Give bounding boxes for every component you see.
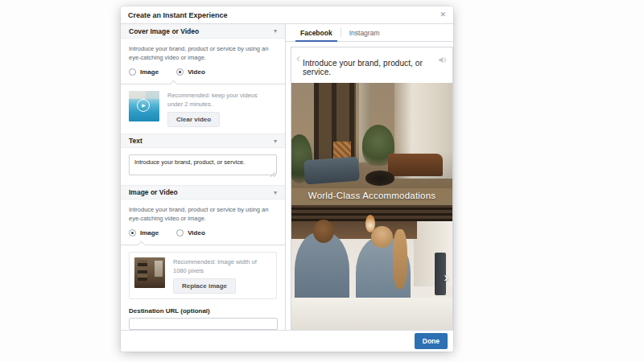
bed-sheet xyxy=(291,298,452,330)
back-chevron-icon[interactable]: ‹ xyxy=(296,49,300,66)
text-input[interactable]: Introduce your brand, product, or servic… xyxy=(129,154,277,175)
modal-footer: Done xyxy=(121,330,453,352)
instant-experience-modal: Create an Instant Experience ✕ Cover Ima… xyxy=(121,6,453,352)
cover-media-type-radios: Image Video xyxy=(129,67,277,77)
radio-icon[interactable] xyxy=(176,229,184,237)
close-icon[interactable]: ✕ xyxy=(440,11,446,19)
caret-up-icon xyxy=(170,80,178,88)
radio-label: Video xyxy=(188,229,205,237)
destination-url-label: Destination URL (optional) xyxy=(129,307,277,315)
play-icon[interactable]: ▶ xyxy=(137,99,150,112)
image-radio-image[interactable]: Image xyxy=(129,229,159,237)
cover-media-row: ▶ Recommended: keep your videos under 2 … xyxy=(129,91,277,128)
section-header-cover[interactable]: Cover Image or Video ▾ xyxy=(121,24,285,39)
form-panel: Cover Image or Video ▾ Introduce your br… xyxy=(121,24,286,330)
chevron-down-icon[interactable]: ▾ xyxy=(274,27,277,35)
caret-up-icon xyxy=(138,241,146,249)
preview-caption: World-Class Accommodations xyxy=(291,191,452,200)
divider xyxy=(121,245,285,245)
replace-image-button[interactable]: Replace image xyxy=(173,278,236,294)
radio-icon[interactable] xyxy=(129,68,136,76)
image-media-box: Recommended: Image width of 1080 pixels … xyxy=(129,252,277,300)
preview-panel: Facebook Instagram ‹ Introduce your bran… xyxy=(286,24,453,330)
audio-icon[interactable] xyxy=(438,53,447,68)
cover-description: Introduce your brand, product or service… xyxy=(129,44,277,63)
preview-header: ‹ Introduce your brand, product, or serv… xyxy=(291,47,452,83)
image-recommendation: Recommended: Image width of 1080 pixels xyxy=(173,257,271,276)
section-header-text[interactable]: Text ▾ xyxy=(121,134,285,148)
cover-radio-video[interactable]: Video xyxy=(176,68,205,76)
chevron-down-icon[interactable]: ▾ xyxy=(274,189,277,196)
tab-facebook[interactable]: Facebook xyxy=(292,24,341,41)
next-chevron-icon[interactable]: › xyxy=(444,270,448,284)
chevron-down-icon[interactable]: ▾ xyxy=(274,138,277,145)
section-header-image[interactable]: Image or Video ▾ xyxy=(121,185,285,200)
section-title: Text xyxy=(129,137,142,145)
destination-url-input[interactable] xyxy=(129,318,278,330)
radio-icon[interactable] xyxy=(129,229,136,237)
cover-media-info: Recommended: keep your videos under 2 mi… xyxy=(167,91,274,128)
done-button[interactable]: Done xyxy=(415,333,448,349)
modal-header: Create an Instant Experience ✕ xyxy=(121,6,453,24)
radio-label: Video xyxy=(188,68,205,76)
radio-label: Image xyxy=(140,68,159,76)
modal-title: Create an Instant Experience xyxy=(128,11,228,19)
image-radio-video[interactable]: Video xyxy=(176,229,205,237)
cover-radio-image[interactable]: Image xyxy=(129,68,159,76)
image-media-type-radios: Image Video xyxy=(129,228,277,238)
page-background: Create an Instant Experience ✕ Cover Ima… xyxy=(0,0,644,362)
radio-label: Image xyxy=(140,229,159,237)
preview-image-lounge: World-Class Accommodations xyxy=(291,83,452,205)
section-title: Image or Video xyxy=(129,188,178,196)
preview-headline: Introduce your brand, product, or servic… xyxy=(291,47,452,76)
radio-icon[interactable] xyxy=(176,68,184,76)
clear-video-button[interactable]: Clear video xyxy=(167,112,220,127)
text-input-wrap: Introduce your brand, product, or servic… xyxy=(129,154,277,179)
video-recommendation: Recommended: keep your videos under 2 mi… xyxy=(167,91,274,109)
video-thumbnail: ▶ xyxy=(129,91,159,121)
modal-body: Cover Image or Video ▾ Introduce your br… xyxy=(121,24,453,330)
image-description: Introduce your brand, product or service… xyxy=(129,205,277,224)
divider xyxy=(121,84,285,84)
preview-card: ‹ Introduce your brand, product, or serv… xyxy=(291,47,453,330)
tab-instagram[interactable]: Instagram xyxy=(341,24,388,41)
preview-tabs: Facebook Instagram xyxy=(286,24,453,42)
image-media-info: Recommended: Image width of 1080 pixels … xyxy=(173,257,271,294)
preview-image-couple: › xyxy=(291,205,452,330)
image-thumbnail xyxy=(134,257,165,288)
section-title: Cover Image or Video xyxy=(129,27,199,35)
